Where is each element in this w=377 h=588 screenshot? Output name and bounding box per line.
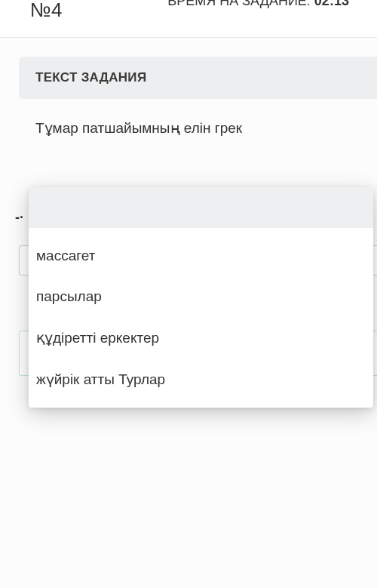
- time-label: ВРЕМЯ НА ЗАДАНИЕ:: [167, 0, 311, 8]
- dropdown-option[interactable]: массагет: [29, 236, 373, 276]
- header-bar: ЗАДАНИЕ №4 00.20 ВРЕМЯ НА ЗАДАНИЕ: 02:13: [0, 0, 377, 38]
- time-block: 00.20 ВРЕМЯ НА ЗАДАНИЕ: 02:13: [167, 0, 349, 11]
- dropdown-option[interactable]: құдіретті еркектер: [29, 317, 373, 359]
- dropdown-option[interactable]: жүйрік атты Турлар: [29, 359, 373, 400]
- task-number-value: №4: [30, 0, 62, 21]
- task-number: ЗАДАНИЕ №4: [30, 0, 145, 22]
- dropdown-modal: массагет парсылар құдіретті еркектер жүй…: [29, 187, 373, 408]
- dropdown-options-list: массагет парсылар құдіретті еркектер жүй…: [29, 228, 373, 408]
- time-value: 02:13: [314, 0, 349, 8]
- content-area: ТЕКСТ ЗАДАНИЯ Тұмар патшайымның елін гре…: [0, 38, 377, 140]
- dropdown-option[interactable]: парсылар: [29, 276, 373, 317]
- question-text: Тұмар патшайымның елін грек: [19, 99, 377, 140]
- section-title: ТЕКСТ ЗАДАНИЯ: [19, 57, 377, 99]
- dash-label: -·: [15, 210, 23, 226]
- dropdown-header: [29, 187, 373, 228]
